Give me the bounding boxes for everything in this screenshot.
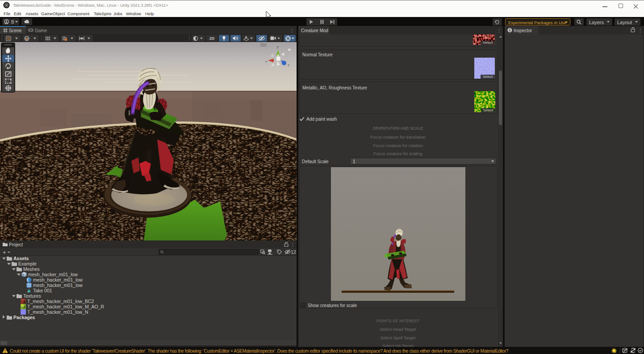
- svg-text:x: x: [265, 59, 267, 63]
- svg-text:z: z: [288, 63, 289, 67]
- svg-text:y: y: [277, 45, 279, 49]
